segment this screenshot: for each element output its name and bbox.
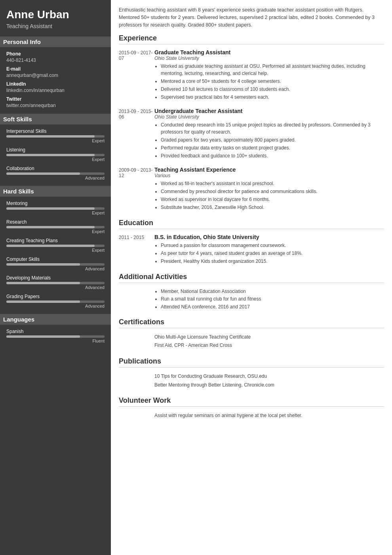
skill-level: Advanced — [6, 176, 105, 180]
candidate-title: Teaching Assistant — [6, 23, 105, 29]
volunteer-content: Assist with regular seminars on animal h… — [119, 411, 384, 420]
skill-bar-fill — [6, 226, 95, 228]
skill-item: Spanish Fluent — [6, 329, 105, 343]
publication-item: 10 Tips for Conducting Graduate Research… — [154, 372, 384, 381]
certification-item: Ohio Multi-Age Licensure Teaching Certif… — [154, 333, 384, 342]
skill-bar-bg — [6, 300, 105, 303]
skill-item: Mentoring Expert — [6, 201, 105, 215]
skill-bar-fill — [6, 154, 95, 156]
email-label: E-mail — [6, 66, 105, 72]
skill-name: Mentoring — [6, 201, 105, 206]
skill-bar-fill — [6, 300, 80, 303]
skill-item: Listening Expert — [6, 147, 105, 162]
skill-level: Expert — [6, 248, 105, 253]
skill-level: Expert — [6, 157, 105, 162]
phone-value: 440-821-4143 — [6, 57, 105, 63]
skill-name: Research — [6, 219, 105, 225]
experience-list: 2015-09 - 2017-07 Graduate Teaching Assi… — [119, 49, 384, 212]
exp-bullet: Mentored a core of 50+ students for 4 co… — [161, 78, 384, 85]
exp-bullet: Worked as supervisor in local daycare fo… — [161, 196, 384, 203]
certification-item: First Aid, CPR - American Red Cross — [154, 341, 384, 350]
skill-bar-bg — [6, 226, 105, 228]
exp-bullet: Worked as fill-in teacher's assistant in… — [161, 180, 384, 187]
additional-section: Additional Activities Member, National E… — [119, 273, 384, 311]
soft-skills-list: Interpersonal Skills Expert Listening Ex… — [6, 128, 105, 180]
publications-title: Publications — [119, 357, 384, 367]
exp-content: Undergraduate Teacher Assistant Ohio Sta… — [154, 108, 384, 160]
exp-bullet: Graded papers for two years, approximate… — [161, 136, 384, 144]
skill-bar-fill — [6, 263, 80, 266]
exp-bullets: Worked as graduate teaching assistant at… — [154, 63, 384, 101]
exp-bullet: Supervised two practical labs for 4 seme… — [161, 94, 384, 101]
languages-list: Spanish Fluent — [6, 329, 105, 343]
experience-title: Experience — [119, 34, 384, 44]
exp-job-title: Undergraduate Teacher Assistant — [154, 108, 384, 114]
skill-bar-bg — [6, 245, 105, 247]
skill-level: Advanced — [6, 304, 105, 308]
linkedin-label: LinkedIn — [6, 81, 105, 87]
exp-job-title: Teaching Assistant Experience — [154, 166, 384, 173]
additional-bullet: Run a small trail running club for fun a… — [161, 295, 384, 303]
exp-company: Ohio State University — [154, 114, 384, 120]
skill-name: Creating Teaching Plans — [6, 238, 105, 243]
skill-name: Grading Papers — [6, 294, 105, 299]
skill-bar-fill — [6, 207, 95, 210]
skill-level: Expert — [6, 229, 105, 234]
skill-item: Collaboration Advanced — [6, 166, 105, 180]
experience-row: 2009-09 - 2013-12 Teaching Assistant Exp… — [119, 166, 384, 212]
publications-section: Publications 10 Tips for Conducting Grad… — [119, 357, 384, 389]
publications-list: 10 Tips for Conducting Graduate Research… — [154, 372, 384, 389]
exp-company: Various — [154, 173, 384, 178]
publications-content: 10 Tips for Conducting Graduate Research… — [119, 372, 384, 389]
edu-degree: B.S. in Education, Ohio State University — [154, 234, 384, 240]
skill-item: Computer Skills Advanced — [6, 256, 105, 271]
exp-content: Teaching Assistant Experience Various Wo… — [154, 166, 384, 212]
education-list: 2011 - 2015 B.S. in Education, Ohio Stat… — [119, 234, 384, 266]
exp-bullet: Provided feedback and guidance to 100+ s… — [161, 152, 384, 159]
skill-bar-bg — [6, 135, 105, 138]
exp-date: 2015-09 - 2017-07 — [119, 49, 154, 101]
edu-bullet: As peer tutor for 4 years, raised studen… — [161, 250, 384, 257]
experience-row: 2015-09 - 2017-07 Graduate Teaching Assi… — [119, 49, 384, 101]
skill-item: Developing Materials Advanced — [6, 275, 105, 290]
skill-bar-fill — [6, 335, 80, 338]
volunteer-text: Assist with regular seminars on animal h… — [154, 411, 384, 420]
education-row: 2011 - 2015 B.S. in Education, Ohio Stat… — [119, 234, 384, 266]
education-section: Education 2011 - 2015 B.S. in Education,… — [119, 219, 384, 266]
skill-name: Computer Skills — [6, 256, 105, 262]
certifications-title: Certifications — [119, 318, 384, 328]
edu-bullet: President, Healthy Kids student organiza… — [161, 258, 384, 265]
languages-section: Languages — [0, 314, 111, 325]
skill-bar-fill — [6, 282, 80, 284]
skill-bar-fill — [6, 135, 95, 138]
exp-content: Graduate Teaching Assistant Ohio State U… — [154, 49, 384, 101]
skill-bar-bg — [6, 263, 105, 266]
additional-title: Additional Activities — [119, 273, 384, 283]
skill-name: Interpersonal Skills — [6, 128, 105, 134]
skill-level: Advanced — [6, 266, 105, 271]
email-value: annequrban@gmail.com — [6, 73, 105, 78]
skill-bar-bg — [6, 282, 105, 284]
skill-bar-fill — [6, 172, 80, 175]
exp-bullet: Delivered 10 full lectures to classrooms… — [161, 86, 384, 93]
edu-content: B.S. in Education, Ohio State University… — [154, 234, 384, 266]
exp-bullets: Conducted deep research into 15 unique p… — [154, 121, 384, 159]
linkedin-value: linkedin.com/in/annequrban — [6, 88, 105, 93]
phone-label: Phone — [6, 51, 105, 57]
twitter-value: twitter.com/annequrban — [6, 103, 105, 108]
skill-item: Interpersonal Skills Expert — [6, 128, 105, 143]
candidate-name: Anne Urban — [6, 8, 105, 21]
edu-bullet: Pursued a passion for classroom manageme… — [161, 242, 384, 249]
exp-date: 2009-09 - 2013-12 — [119, 166, 154, 212]
exp-bullets: Worked as fill-in teacher's assistant in… — [154, 180, 384, 211]
twitter-label: Twitter — [6, 96, 105, 102]
exp-bullet: Substitute teacher, 2016, Zanesville Hig… — [161, 204, 384, 211]
volunteer-title: Volunteer Work — [119, 396, 384, 407]
skill-name: Listening — [6, 147, 105, 153]
personal-info-section: Personal Info — [0, 36, 111, 47]
additional-bullet: Attended NEA conference, 2016 and 2017 — [161, 303, 384, 311]
main-content: Enthusiastic teaching assistant with 8 y… — [111, 0, 392, 555]
experience-row: 2013-09 - 2015-06 Undergraduate Teacher … — [119, 108, 384, 160]
exp-bullet: Conducted deep research into 15 unique p… — [161, 121, 384, 136]
hard-skills-list: Mentoring Expert Research Expert Creatin… — [6, 201, 105, 308]
